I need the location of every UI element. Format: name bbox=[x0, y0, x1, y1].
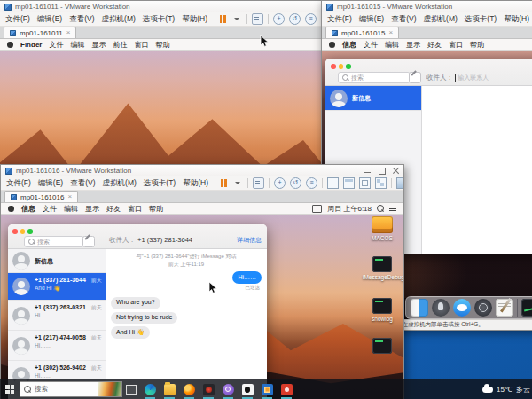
desktop-icon-showlog[interactable]: showlog bbox=[363, 298, 402, 322]
tab-close-icon[interactable]: × bbox=[66, 29, 71, 36]
mac-menu-help[interactable]: 帮助 bbox=[155, 40, 169, 50]
menu-view[interactable]: 查看(V) bbox=[69, 14, 94, 25]
mac-menu-buddies[interactable]: 好友 bbox=[427, 40, 442, 50]
task-view-button[interactable] bbox=[122, 379, 140, 399]
conversation-row[interactable]: 新信息 bbox=[8, 249, 106, 273]
take-snapshot-button[interactable] bbox=[274, 177, 286, 189]
desktop-icon-macos[interactable]: MACOS bbox=[363, 216, 402, 241]
taskbar-red-app[interactable] bbox=[277, 379, 296, 399]
minimize-traffic-icon[interactable] bbox=[339, 64, 344, 69]
titlebar-161015[interactable]: mp01-161015 - VMware Workstation bbox=[322, 1, 532, 12]
titlebar-161016[interactable]: mp01-161016 - VMware Workstation bbox=[1, 165, 403, 176]
input-source-icon[interactable] bbox=[312, 205, 322, 213]
close-button[interactable] bbox=[393, 168, 399, 174]
tab-close-icon[interactable]: × bbox=[67, 193, 72, 200]
taskbar-edge[interactable] bbox=[140, 379, 160, 399]
conversation-row[interactable]: +1 (337) 263-0321 Hi…… 前天 bbox=[8, 301, 106, 331]
mac-menu-window[interactable]: 窗口 bbox=[128, 204, 142, 214]
mac-menu-help[interactable]: 帮助 bbox=[470, 40, 484, 50]
conversation-row[interactable]: +1 (217) 474-0058 Hi…… 前天 bbox=[8, 331, 106, 361]
activity-monitor-dock-icon[interactable] bbox=[521, 299, 532, 317]
apple-menu-icon[interactable] bbox=[329, 42, 335, 48]
compose-button[interactable] bbox=[82, 236, 95, 247]
mac-menu-buddies[interactable]: 好友 bbox=[106, 204, 121, 214]
messages-dock-icon[interactable] bbox=[453, 299, 471, 317]
zoom-traffic-icon[interactable] bbox=[346, 64, 351, 69]
menu-edit[interactable]: 编辑(E) bbox=[38, 178, 63, 189]
power-dropdown-icon[interactable] bbox=[232, 14, 242, 24]
desktop-icon-imessagedebug[interactable]: iMessageDebug bbox=[363, 256, 402, 280]
close-traffic-icon[interactable] bbox=[12, 229, 18, 234]
snapshot-manager-button[interactable] bbox=[306, 177, 317, 189]
taskbar-vmware[interactable] bbox=[257, 379, 277, 399]
messages-search-field[interactable]: 搜索 bbox=[24, 236, 84, 247]
launchpad-dock-icon[interactable] bbox=[432, 299, 450, 317]
mac-menu-finder[interactable]: Finder bbox=[20, 41, 42, 49]
finder-dock-icon[interactable] bbox=[411, 299, 428, 317]
mac-menu-window[interactable]: 窗口 bbox=[449, 40, 463, 50]
mac-menu-edit[interactable]: 编辑 bbox=[64, 204, 78, 214]
to-field[interactable]: 收件人： 输入联系人 bbox=[426, 74, 489, 82]
ctrl-alt-del-button[interactable] bbox=[253, 177, 264, 189]
conversation-row-new-message[interactable]: 新信息 bbox=[325, 86, 421, 111]
menu-help[interactable]: 帮助(H) bbox=[183, 178, 208, 189]
taskbar-tray[interactable]: 15℃ 多云 bbox=[482, 385, 532, 395]
details-link[interactable]: 详细信息 bbox=[237, 236, 262, 245]
menu-edit[interactable]: 编辑(E) bbox=[37, 14, 62, 25]
desktop-icon-extra[interactable] bbox=[363, 338, 402, 356]
conversation-row-selected[interactable]: +1 (337) 281-3644 And Hi 👋 前天 bbox=[8, 273, 106, 301]
vm-tab-161015[interactable]: mp01-161015 × bbox=[325, 27, 399, 38]
titlebar-161011[interactable]: mp01-161011 - VMware Workstation bbox=[0, 1, 337, 12]
take-snapshot-button[interactable] bbox=[273, 13, 285, 25]
taskbar-purple-app[interactable] bbox=[218, 379, 238, 399]
mac-menu-edit[interactable]: 编辑 bbox=[70, 40, 84, 50]
start-button[interactable] bbox=[0, 379, 20, 399]
taskbar-firefox[interactable] bbox=[179, 379, 199, 399]
apple-menu-icon[interactable] bbox=[8, 206, 14, 212]
messages-window-conversation[interactable]: 搜索 收件人： +1 (337) 281-3644 详细信息 新信息 +1 (3… bbox=[8, 224, 267, 399]
taskbar-dark-red-app[interactable] bbox=[199, 379, 218, 399]
menu-vm[interactable]: 虚拟机(M) bbox=[103, 178, 137, 189]
fullscreen-button[interactable] bbox=[343, 177, 355, 189]
mac-menu-file[interactable]: 文件 bbox=[49, 40, 63, 50]
mac-menu-edit[interactable]: 编辑 bbox=[385, 40, 399, 50]
vm-screen-161016[interactable]: 信息 文件 编辑 显示 好友 窗口 帮助 周日 上午6:18 MACOS bbox=[1, 203, 403, 399]
menu-help[interactable]: 帮助(H) bbox=[182, 14, 207, 25]
vm-tab-161011[interactable]: mp01-161011 × bbox=[4, 27, 76, 38]
vm-tab-161016[interactable]: mp01-161016 × bbox=[4, 191, 78, 202]
mac-menu-view[interactable]: 显示 bbox=[91, 40, 106, 50]
mac-menu-help[interactable]: 帮助 bbox=[149, 204, 163, 214]
tab-close-icon[interactable]: × bbox=[388, 29, 393, 36]
menu-vm[interactable]: 虚拟机(M) bbox=[424, 14, 458, 25]
revert-snapshot-button[interactable] bbox=[290, 177, 301, 189]
revert-snapshot-button[interactable] bbox=[289, 13, 301, 25]
messages-search-field[interactable]: 搜索 bbox=[338, 72, 411, 83]
console-view-button[interactable] bbox=[327, 177, 339, 189]
taskbar-apple-app[interactable] bbox=[238, 379, 257, 399]
apple-menu-icon[interactable] bbox=[7, 42, 13, 48]
pause-vm-button[interactable] bbox=[218, 14, 228, 24]
taskbar-file-explorer[interactable] bbox=[160, 379, 179, 399]
menu-file[interactable]: 文件(F) bbox=[327, 14, 352, 25]
unity-mode-button[interactable] bbox=[359, 177, 371, 189]
menubar-clock[interactable]: 周日 上午6:18 bbox=[327, 204, 372, 214]
multi-monitor-button[interactable] bbox=[375, 177, 387, 189]
mac-menu-file[interactable]: 文件 bbox=[364, 40, 378, 50]
library-panel-button[interactable] bbox=[396, 177, 403, 189]
mac-menu-window[interactable]: 窗口 bbox=[134, 40, 148, 50]
ctrl-alt-del-button[interactable] bbox=[252, 13, 263, 25]
mac-menu-messages[interactable]: 信息 bbox=[342, 40, 356, 50]
maximize-button[interactable] bbox=[379, 168, 385, 174]
mac-menu-go[interactable]: 前往 bbox=[113, 40, 127, 50]
zoom-traffic-icon[interactable] bbox=[27, 229, 33, 234]
menu-tabs[interactable]: 选项卡(T) bbox=[143, 14, 175, 25]
menu-vm[interactable]: 虚拟机(M) bbox=[102, 14, 136, 25]
menu-file[interactable]: 文件(F) bbox=[6, 178, 31, 189]
mac-menu-file[interactable]: 文件 bbox=[43, 204, 57, 214]
close-traffic-icon[interactable] bbox=[331, 64, 336, 69]
spotlight-icon[interactable] bbox=[377, 205, 384, 212]
notification-center-icon[interactable] bbox=[389, 206, 396, 212]
menu-view[interactable]: 查看(V) bbox=[70, 178, 95, 189]
menu-view[interactable]: 查看(V) bbox=[391, 14, 416, 25]
mac-menu-view[interactable]: 显示 bbox=[85, 204, 99, 214]
